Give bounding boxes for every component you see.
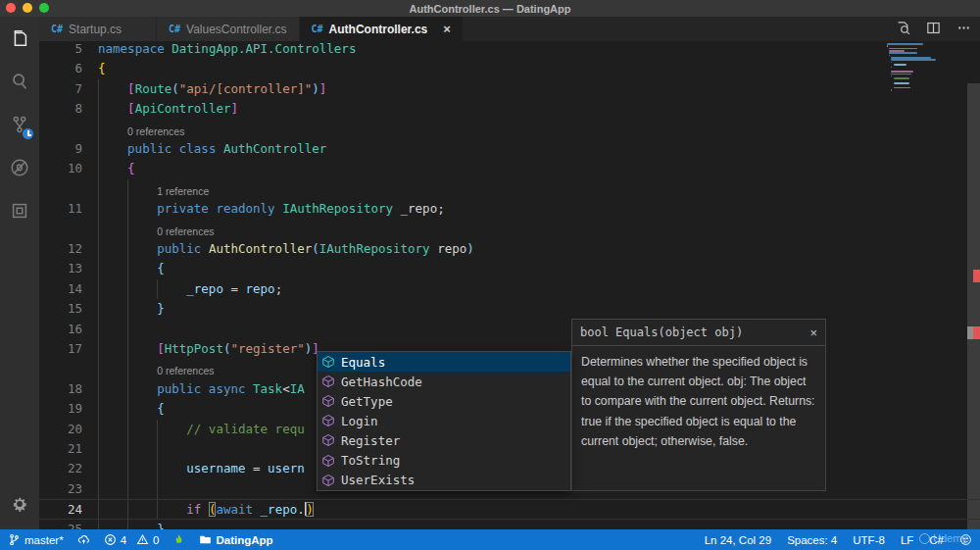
line-number: 24: [39, 500, 82, 520]
codelens-references[interactable]: 0 references: [157, 361, 214, 380]
search-icon[interactable]: [0, 60, 39, 103]
indent-guide: [157, 459, 158, 478]
code-text: public class AuthController: [127, 139, 326, 159]
suggestion-equals[interactable]: Equals: [318, 352, 570, 372]
token: IAuthRepository: [282, 201, 400, 216]
suggestion-register[interactable]: Register: [318, 430, 570, 450]
suggestion-label: Equals: [341, 355, 385, 370]
method-documentation: Determines whether the specified object …: [572, 346, 825, 457]
token: }: [157, 301, 165, 316]
indent-guide: [127, 439, 128, 459]
suggestion-tostring[interactable]: ToString: [318, 450, 570, 470]
codelens-row[interactable]: 0 references: [39, 120, 980, 139]
code-text: // validate requ: [186, 420, 304, 439]
token: await: [216, 502, 253, 517]
token: {: [157, 401, 165, 416]
code-line: 11private readonly IAuthRepository _repo…: [39, 199, 980, 219]
sync-status[interactable]: [77, 533, 90, 546]
indent-guide: [127, 179, 128, 199]
token: ApiController: [135, 101, 231, 116]
token: ): [466, 241, 474, 256]
indentation-setting[interactable]: Spaces: 4: [787, 534, 837, 546]
indent-guide: [127, 500, 128, 518]
project-folder-status[interactable]: DatingApp: [199, 533, 272, 546]
code-line: 7[Route("api/[controller]")]: [39, 79, 980, 99]
token: username: [186, 461, 245, 475]
codelens-references[interactable]: 0 references: [157, 222, 214, 241]
token: usern: [268, 461, 305, 475]
token: ]: [230, 101, 238, 116]
debug-icon[interactable]: [0, 146, 39, 189]
indent-guide: [127, 459, 128, 478]
indent-guide: [98, 79, 99, 99]
indent-guide: [98, 420, 99, 439]
tab-close-icon[interactable]: ×: [443, 23, 451, 35]
source-control-icon[interactable]: [0, 103, 39, 146]
problems-status[interactable]: 4 0: [104, 533, 160, 546]
indent-guide: [127, 320, 128, 339]
codelens-row[interactable]: 0 references: [39, 220, 980, 239]
indent-guide: [127, 379, 128, 399]
tab-startup-cs[interactable]: C#Startup.cs: [39, 17, 157, 41]
line-number: 10: [39, 159, 82, 178]
code-text: [Route("api/[controller]")]: [127, 79, 326, 99]
encoding-setting[interactable]: UTF-8: [853, 534, 885, 546]
indent-guide: [98, 399, 99, 419]
code-line: 16: [39, 320, 980, 339]
close-window-button[interactable]: [6, 3, 16, 13]
codelens-row[interactable]: 1 reference: [39, 179, 980, 199]
code-line: 24if (await _repo.): [39, 499, 980, 519]
code-line: 14_repo = repo;: [39, 279, 980, 299]
token: ;: [275, 281, 283, 296]
indent-guide: [98, 139, 99, 159]
token: [: [127, 81, 135, 96]
tab-valuescontroller-cs[interactable]: C#ValuesController.cs: [157, 17, 300, 41]
code-text: {: [127, 159, 135, 178]
line-number: 6: [39, 59, 82, 78]
suggestion-label: Register: [341, 433, 400, 448]
indent-guide: [98, 359, 99, 378]
eol-setting[interactable]: LF: [901, 534, 913, 546]
method-cube-icon: [321, 355, 335, 369]
suggestion-gettype[interactable]: GetType: [318, 391, 570, 411]
line-number: 9: [39, 139, 82, 159]
suggestion-label: UserExists: [341, 473, 415, 487]
indent-guide: [127, 339, 128, 359]
codelens-references[interactable]: 0 references: [127, 122, 184, 141]
explorer-icon[interactable]: [0, 17, 39, 60]
indent-guide: [98, 459, 99, 478]
code-text: if (await _repo.): [186, 500, 313, 520]
suggestion-login[interactable]: Login: [318, 411, 570, 430]
close-icon[interactable]: ×: [809, 325, 817, 340]
cursor-position[interactable]: Ln 24, Col 29: [705, 534, 771, 546]
extensions-icon[interactable]: [0, 189, 39, 232]
settings-gear-icon[interactable]: [0, 486, 39, 522]
token: {: [127, 161, 135, 175]
suggestion-gethashcode[interactable]: GetHashCode: [318, 372, 570, 391]
method-cube-icon: [321, 433, 335, 447]
token: [: [127, 101, 135, 116]
indent-guide: [98, 339, 99, 359]
token: }: [157, 522, 165, 529]
indent-guide: [157, 439, 158, 459]
method-cube-icon: [321, 414, 335, 427]
more-actions-icon[interactable]: [956, 20, 972, 40]
token: Task: [253, 381, 282, 396]
codelens-references[interactable]: 1 reference: [157, 181, 209, 201]
indent-guide: [127, 220, 128, 239]
token: public: [157, 241, 209, 256]
zoom-window-button[interactable]: [39, 3, 49, 13]
folder-icon: [199, 533, 212, 546]
tab-authcontroller-cs[interactable]: C#AuthController.cs×: [300, 17, 464, 41]
indent-guide: [98, 159, 99, 178]
split-editor-icon[interactable]: [925, 20, 942, 40]
token: repo: [437, 241, 466, 256]
code-text: {: [157, 259, 165, 278]
git-branch-status[interactable]: master*: [8, 533, 64, 546]
suggestion-userexists[interactable]: UserExists: [318, 471, 570, 490]
code-text: }: [157, 299, 165, 319]
minimize-window-button[interactable]: [23, 3, 32, 13]
flame-icon[interactable]: [172, 533, 185, 546]
open-changes-icon[interactable]: [895, 20, 911, 40]
line-number: 14: [39, 279, 82, 299]
